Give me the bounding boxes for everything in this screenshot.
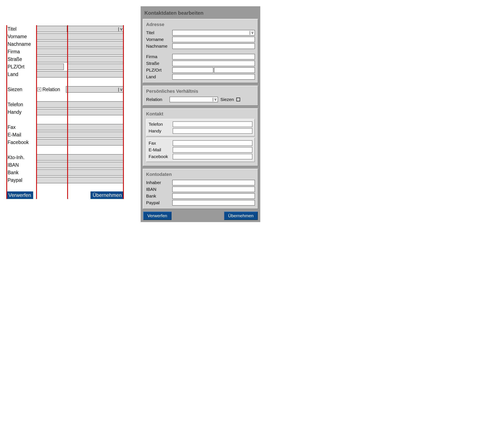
label-plzort: PLZ/Ort <box>6 64 36 70</box>
titel-field-short[interactable] <box>36 26 67 32</box>
discard-button[interactable]: Verwerfen <box>143 212 171 220</box>
label-email: E-Mail <box>149 147 173 152</box>
relation-dropdown[interactable]: | v <box>66 86 124 93</box>
label-fax: Fax <box>6 124 36 130</box>
accept-button[interactable]: Übernehmen <box>224 212 258 220</box>
label-iban: IBAN <box>146 187 172 192</box>
label-siezen: Siezen <box>220 97 234 102</box>
label-plzort: PLZ/Ort <box>146 68 172 73</box>
plz-field[interactable] <box>172 67 213 73</box>
paypal-field[interactable] <box>172 200 255 206</box>
titel-dropdown[interactable]: | v <box>67 26 124 32</box>
group-kontakt: Kontakt Telefon Handy Fax E-Mail Faceboo… <box>143 108 258 166</box>
dialog-title: Kontaktdaten bearbeiten <box>143 8 258 19</box>
label-titel: Titel <box>146 30 172 35</box>
land-field[interactable] <box>36 71 124 78</box>
guide-line <box>36 25 37 199</box>
wireframe-form: Titel | v Vorname Nachname Firma Straße … <box>6 6 124 199</box>
subgroup-online: Fax E-Mail Facebook <box>146 138 255 162</box>
strasse-field[interactable] <box>36 56 124 62</box>
telefon-field[interactable] <box>173 121 252 127</box>
label-facebook: Facebook <box>6 139 36 145</box>
wf-relation-block: Siezen x Relation | v <box>6 86 124 93</box>
strasse-field[interactable] <box>172 61 255 66</box>
chevron-down-icon: | v <box>118 87 122 92</box>
handy-field[interactable] <box>36 109 124 115</box>
plz-field[interactable] <box>37 64 64 70</box>
label-vorname: Vorname <box>146 37 172 42</box>
discard-button[interactable]: Verwerfen <box>6 191 33 199</box>
group-kontodaten: Kontodaten Inhaber IBAN Bank Paypal <box>143 169 258 209</box>
email-field[interactable] <box>173 147 252 153</box>
contact-edit-dialog: Kontaktdaten bearbeiten Adresse Titel | … <box>141 6 260 222</box>
chevron-down-icon: | v <box>249 30 253 35</box>
label-paypal: Paypal <box>6 177 36 183</box>
check-icon: x <box>39 88 40 91</box>
group-title-adresse: Adresse <box>146 22 255 27</box>
group-adresse: Adresse Titel | v Vorname Nachname Firma… <box>143 19 258 83</box>
nachname-field[interactable] <box>172 43 255 49</box>
ort-field[interactable] <box>67 64 124 70</box>
wf-address-block: Titel | v Vorname Nachname Firma Straße … <box>6 25 124 78</box>
wf-account-block: Kto-Inh. IBAN Bank Paypal <box>6 154 124 184</box>
label-strasse: Straße <box>6 57 36 62</box>
vorname-field[interactable] <box>36 33 124 40</box>
label-facebook: Facebook <box>149 154 173 159</box>
label-bank: Bank <box>6 170 36 176</box>
label-land: Land <box>146 74 172 79</box>
bank-field[interactable] <box>172 193 255 199</box>
label-firma: Firma <box>146 54 172 59</box>
titel-dropdown[interactable]: | v <box>172 30 255 35</box>
paypal-field[interactable] <box>36 177 124 183</box>
ktoinh-field[interactable] <box>36 154 124 160</box>
guide-line <box>123 25 124 199</box>
label-fax: Fax <box>149 141 173 146</box>
label-firma: Firma <box>6 49 36 55</box>
accept-button[interactable]: Übernehmen <box>90 191 124 199</box>
label-ktoinh: Kto-Inh. <box>6 155 36 160</box>
label-vorname: Vorname <box>6 34 36 40</box>
iban-field[interactable] <box>172 187 255 192</box>
ort-field[interactable] <box>214 67 255 73</box>
firma-field[interactable] <box>36 49 124 55</box>
iban-field[interactable] <box>36 162 124 168</box>
vorname-field[interactable] <box>172 37 255 42</box>
label-handy: Handy <box>6 109 36 115</box>
facebook-field[interactable] <box>173 154 252 159</box>
siezen-checkbox[interactable] <box>236 98 240 101</box>
wf-phone-block: Telefon Handy <box>6 101 124 116</box>
email-field[interactable] <box>36 132 124 138</box>
relation-dropdown[interactable]: | v <box>170 97 218 102</box>
fax-field[interactable] <box>173 140 252 146</box>
bank-field[interactable] <box>36 169 124 176</box>
label-telefon: Telefon <box>149 122 173 127</box>
group-verhaeltnis: Persönliches Verhältnis Relation | v Sie… <box>143 86 258 106</box>
wf-online-block: Fax E-Mail Facebook <box>6 123 124 146</box>
nachname-field[interactable] <box>36 41 124 47</box>
firma-field[interactable] <box>172 54 255 60</box>
group-title-verhaeltnis: Persönliches Verhältnis <box>146 89 255 94</box>
wf-button-bar: Verwerfen Übernehmen <box>6 191 124 199</box>
telefon-field[interactable] <box>36 101 124 108</box>
guide-line <box>67 25 68 199</box>
siezen-checkbox[interactable]: x <box>37 88 41 91</box>
label-inhaber: Inhaber <box>146 180 172 185</box>
label-nachname: Nachname <box>146 44 172 49</box>
label-siezen: Siezen <box>6 87 36 92</box>
subgroup-phone: Telefon Handy <box>146 119 255 136</box>
label-telefon: Telefon <box>6 102 36 108</box>
label-handy: Handy <box>149 129 173 133</box>
group-title-kontodaten: Kontodaten <box>146 172 255 177</box>
handy-field[interactable] <box>173 128 252 134</box>
label-paypal: Paypal <box>146 200 172 205</box>
guide-line <box>6 25 7 199</box>
land-field[interactable] <box>172 74 255 79</box>
inhaber-field[interactable] <box>172 180 255 185</box>
dialog-button-bar: Verwerfen Übernehmen <box>143 212 258 220</box>
label-email: E-Mail <box>6 132 36 138</box>
label-bank: Bank <box>146 194 172 199</box>
label-relation: Relation <box>42 87 66 92</box>
fax-field[interactable] <box>36 124 124 130</box>
facebook-field[interactable] <box>36 139 124 145</box>
label-titel: Titel <box>6 26 36 32</box>
